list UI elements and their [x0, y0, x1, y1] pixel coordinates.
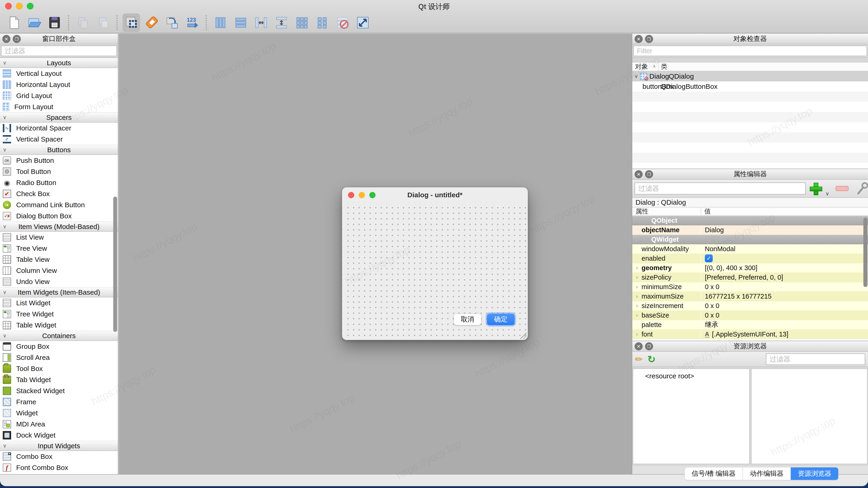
section-containers[interactable]: Containers: [0, 331, 118, 341]
widget-box-item-table-view[interactable]: Table View: [0, 254, 118, 265]
column-property[interactable]: 属性: [632, 207, 701, 216]
expander-icon[interactable]: [632, 331, 642, 338]
chevron-down-icon[interactable]: [632, 73, 640, 79]
form-editor-canvas[interactable]: Dialog - untitled* 取消 确定: [119, 34, 632, 474]
widget-box-item-column-view[interactable]: Column View: [0, 265, 118, 276]
expander-icon[interactable]: [632, 265, 642, 271]
column-object[interactable]: 对象: [632, 62, 658, 71]
property-row-sizepolicy[interactable]: sizePolicy[Preferred, Preferred, 0, 0]: [632, 273, 868, 282]
open-file-icon[interactable]: [25, 13, 43, 32]
property-filter-input[interactable]: [634, 182, 806, 195]
widget-box-item-list-view[interactable]: List View: [0, 232, 118, 243]
widget-box-item-stacked-widget[interactable]: Stacked Widget: [0, 385, 118, 396]
widget-box-item-dock-widget[interactable]: Dock Widget: [0, 430, 118, 441]
new-file-icon[interactable]: [5, 13, 23, 32]
property-editor-scrollbar[interactable]: [863, 218, 868, 287]
section-layouts[interactable]: Layouts: [0, 58, 118, 68]
resource-root-item[interactable]: <resource root>: [645, 372, 694, 380]
widget-box-item-radio-button[interactable]: Radio Button: [0, 177, 118, 188]
widget-box-item-frame[interactable]: Frame: [0, 396, 118, 407]
widget-box-item-push-button[interactable]: Push Button: [0, 155, 118, 166]
tab-signal-slot-editor[interactable]: 信号/槽 编辑器: [685, 467, 743, 480]
widget-box-item-tab-widget[interactable]: Tab Widget: [0, 374, 118, 385]
edit-buddies-icon[interactable]: [163, 13, 181, 32]
property-row-maximumsize[interactable]: maximumSize16777215 x 16777215: [632, 292, 868, 301]
wrench-icon[interactable]: [856, 182, 868, 195]
widget-box-item-font-combo-box[interactable]: Font Combo Box: [0, 462, 118, 473]
ok-button[interactable]: 确定: [486, 312, 516, 326]
property-row-basesize[interactable]: baseSize0 x 0: [632, 311, 868, 320]
dialog-close-icon[interactable]: [348, 192, 354, 198]
widget-box-item-combo-box[interactable]: Combo Box: [0, 451, 118, 462]
widget-box-item-command-link-button[interactable]: Command Link Button: [0, 199, 118, 210]
property-row-font[interactable]: font[.AppleSystemUIFont, 13]: [632, 329, 868, 339]
remove-property-icon[interactable]: [836, 186, 848, 191]
widget-box-item-mdi-area[interactable]: MDI Area: [0, 419, 118, 430]
layout-grid-icon[interactable]: [293, 13, 311, 32]
widget-box-item-tool-box[interactable]: Tool Box: [0, 363, 118, 374]
section-item-views[interactable]: Item Views (Model-Based): [0, 222, 118, 232]
float-dock-icon[interactable]: [645, 35, 653, 43]
property-row-palette[interactable]: palette继承: [632, 320, 868, 329]
property-row-sizeincrement[interactable]: sizeIncrement0 x 0: [632, 301, 868, 311]
save-file-icon[interactable]: [46, 13, 63, 32]
close-dock-icon[interactable]: [634, 35, 643, 43]
expander-icon[interactable]: [632, 274, 642, 281]
property-group-qwidget[interactable]: QWidget: [632, 235, 868, 244]
expander-icon[interactable]: [632, 303, 642, 309]
enabled-checkbox[interactable]: [705, 254, 713, 262]
widget-box-scrollbar[interactable]: [113, 197, 117, 332]
property-row-windowmodality[interactable]: windowModalityNonModal: [632, 244, 868, 254]
resource-preview[interactable]: [751, 368, 868, 464]
property-row-minimumsize[interactable]: minimumSize0 x 0: [632, 282, 868, 292]
widget-box-item-table-widget[interactable]: Table Widget: [0, 320, 118, 331]
section-buttons[interactable]: Buttons: [0, 145, 118, 155]
widget-box-item-dialog-button-box[interactable]: Dialog Button Box: [0, 210, 118, 222]
section-input-widgets[interactable]: Input Widgets: [0, 441, 118, 451]
widget-box-item-widget[interactable]: Widget: [0, 407, 118, 419]
dialog-form[interactable]: Dialog - untitled* 取消 确定: [342, 187, 528, 340]
layout-vertical-splitter-icon[interactable]: [273, 13, 290, 32]
widget-box-item-tree-view[interactable]: Tree View: [0, 243, 118, 254]
widget-box-item-tree-widget[interactable]: Tree Widget: [0, 309, 118, 320]
layout-horizontal-icon[interactable]: [212, 13, 229, 32]
widget-box-item-horizontal-spacer[interactable]: Horizontal Spacer: [0, 122, 118, 134]
dialog-titlebar[interactable]: Dialog - untitled*: [342, 187, 528, 203]
close-dock-icon[interactable]: [2, 35, 10, 43]
widget-box-item-grid-layout[interactable]: Grid Layout: [0, 90, 118, 101]
edit-tab-order-icon[interactable]: 123: [184, 13, 201, 32]
float-dock-icon[interactable]: [645, 342, 653, 350]
close-dock-icon[interactable]: [634, 170, 643, 178]
resource-filter-input[interactable]: [766, 353, 865, 365]
float-dock-icon[interactable]: [13, 35, 21, 43]
widget-box-item-form-layout[interactable]: Form Layout: [0, 101, 118, 112]
float-dock-icon[interactable]: [645, 170, 653, 178]
table-row-dialog[interactable]: Dialog QDialog: [632, 71, 868, 81]
object-inspector-filter-input[interactable]: [633, 46, 867, 56]
cancel-button[interactable]: 取消: [454, 314, 482, 325]
break-layout-icon[interactable]: [334, 13, 351, 32]
widget-box-item-scroll-area[interactable]: Scroll Area: [0, 352, 118, 363]
expander-icon[interactable]: [632, 312, 642, 318]
property-row-objectname[interactable]: objectNameDialog: [632, 225, 868, 235]
adjust-size-icon[interactable]: [354, 13, 372, 32]
property-group-qobject[interactable]: QObject: [632, 216, 868, 225]
widget-box-item-group-box[interactable]: Group Box: [0, 341, 118, 352]
layout-form-icon[interactable]: [313, 13, 331, 32]
expander-icon[interactable]: [632, 284, 642, 290]
widget-box-item-horizontal-layout[interactable]: Horizontal Layout: [0, 79, 118, 90]
property-row-enabled[interactable]: enabled: [632, 254, 868, 263]
widget-box-item-tool-button[interactable]: Tool Button: [0, 166, 118, 177]
section-item-widgets[interactable]: Item Widgets (Item-Based): [0, 287, 118, 297]
tab-resource-browser[interactable]: 资源浏览器: [790, 467, 838, 480]
table-row-buttonbox[interactable]: buttonBox QDialogButtonBox: [632, 81, 868, 92]
section-spacers[interactable]: Spacers: [0, 112, 118, 122]
resource-tree[interactable]: <resource root>: [633, 368, 750, 464]
edit-resources-icon[interactable]: [635, 354, 643, 365]
edit-signals-slots-icon[interactable]: [143, 13, 160, 32]
expander-icon[interactable]: [632, 293, 642, 299]
widget-box-item-list-widget[interactable]: List Widget: [0, 297, 118, 309]
widget-box-filter-input[interactable]: [1, 46, 117, 56]
layout-horizontal-splitter-icon[interactable]: [252, 13, 270, 32]
column-class[interactable]: 类: [658, 62, 868, 71]
